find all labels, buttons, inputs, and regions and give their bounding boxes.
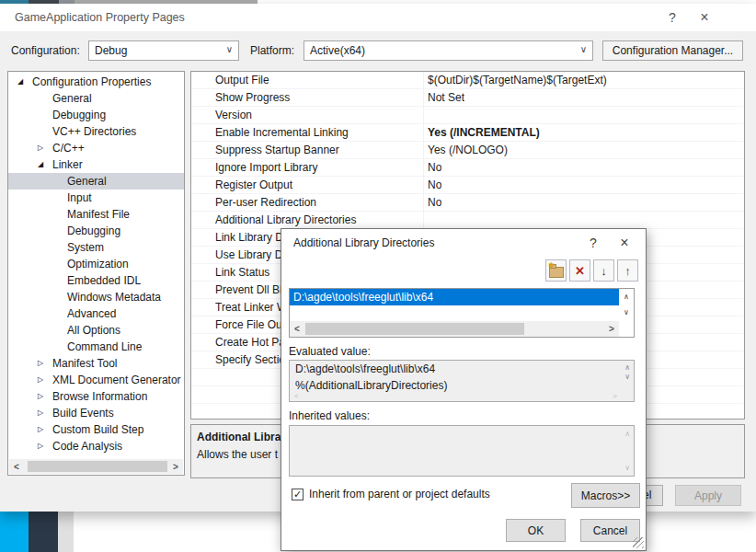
platform-label: Platform: <box>250 40 294 61</box>
tree-item-c-c[interactable]: ▷C/C++ <box>8 140 184 156</box>
scroll-down-icon[interactable]: ∨ <box>619 305 634 320</box>
tree-item-label: System <box>67 239 104 256</box>
tree-item-all-options[interactable]: All Options <box>8 322 184 339</box>
cancel-label: Cancel <box>593 524 627 537</box>
property-row-enable-incremental-linking[interactable]: Enable Incremental LinkingYes (/INCREMEN… <box>191 124 744 142</box>
directories-list[interactable]: D:\agde\tools\freeglut\lib\x64 ∧ ∨ < > <box>289 288 635 338</box>
scroll-up-icon[interactable]: ∧ <box>619 289 634 305</box>
tree-item-label: Linker <box>52 156 83 173</box>
move-up-button[interactable]: ↑ <box>617 259 638 282</box>
collapsed-expander-icon[interactable]: ▷ <box>38 405 52 421</box>
property-name: Suppress Startup Banner <box>191 142 423 159</box>
tree-item-input[interactable]: Input <box>8 190 184 206</box>
resize-grip[interactable] <box>633 537 644 548</box>
expanded-expander-icon[interactable]: ◢ <box>38 156 52 173</box>
tree-item-manifest-file[interactable]: Manifest File <box>8 206 184 223</box>
collapsed-expander-icon[interactable]: ▷ <box>38 421 52 438</box>
property-value[interactable]: Yes (/INCREMENTAL) <box>423 124 540 142</box>
property-row-additional-library-directories[interactable]: Additional Library Directories <box>191 212 744 229</box>
tree-item-command-line[interactable]: Command Line <box>8 339 184 355</box>
tree-horizontal-scrollbar[interactable]: < > <box>9 459 183 474</box>
tree-item-browse-information[interactable]: ▷Browse Information <box>8 388 184 405</box>
tree-item-build-events[interactable]: ▷Build Events <box>8 405 184 421</box>
configuration-label: Configuration: <box>11 40 80 61</box>
title-bar[interactable]: GameApplication Property Pages ? × <box>0 4 756 31</box>
tree-item-general[interactable]: General <box>8 90 184 107</box>
collapsed-expander-icon[interactable]: ▷ <box>38 355 52 372</box>
scroll-right-icon[interactable]: > <box>168 459 183 474</box>
property-value[interactable]: No <box>423 194 441 212</box>
property-row-version[interactable]: Version <box>191 107 744 124</box>
help-button[interactable]: ? <box>660 4 684 31</box>
tree-item-manifest-tool[interactable]: ▷Manifest Tool <box>8 355 184 372</box>
tree-item-label: General <box>67 173 107 190</box>
list-horizontal-scrollbar[interactable]: < > <box>290 321 619 337</box>
settings-tree[interactable]: ◢Configuration PropertiesGeneralDebuggin… <box>7 71 185 476</box>
tree-item-vc-directories[interactable]: VC++ Directories <box>8 123 184 140</box>
collapsed-expander-icon[interactable]: ▷ <box>38 388 52 405</box>
configuration-manager-button[interactable]: Configuration Manager... <box>602 40 743 61</box>
property-row-per-user-redirection[interactable]: Per-user RedirectionNo <box>191 194 744 212</box>
move-down-button[interactable]: ↓ <box>593 259 614 282</box>
list-vertical-scrollbar[interactable]: ∧ ∨ <box>619 289 634 337</box>
close-button[interactable]: × <box>614 230 635 256</box>
tree-item-general[interactable]: General <box>8 173 184 190</box>
tree-item-configuration-properties[interactable]: ◢Configuration Properties <box>8 74 184 90</box>
property-row-ignore-import-library[interactable]: Ignore Import LibraryNo <box>191 159 744 177</box>
property-row-suppress-startup-banner[interactable]: Suppress Startup BannerYes (/NOLOGO) <box>191 142 744 159</box>
tree-item-label: Advanced <box>67 305 116 322</box>
tree-item-label: Optimization <box>67 256 129 272</box>
desktop-tile-blue <box>0 512 29 552</box>
property-value[interactable]: Yes (/NOLOGO) <box>423 142 508 159</box>
property-row-show-progress[interactable]: Show ProgressNot Set <box>191 89 744 107</box>
tree-item-embedded-idl[interactable]: Embedded IDL <box>8 272 184 289</box>
property-value[interactable]: No <box>423 159 441 177</box>
collapsed-expander-icon[interactable]: ▷ <box>38 372 52 388</box>
macros-label: Macros>> <box>581 489 630 502</box>
platform-dropdown[interactable]: Active(x64) ∨ <box>304 40 593 61</box>
scroll-left-icon[interactable]: < <box>290 321 304 337</box>
evaluated-value-line: %(AdditionalLibraryDirectories) <box>290 377 634 394</box>
tree-item-label: Build Events <box>52 405 114 421</box>
ok-button[interactable]: OK <box>506 519 566 542</box>
inherit-defaults-checkbox[interactable]: ✓ <box>292 489 304 500</box>
tree-item-xml-document-generator[interactable]: ▷XML Document Generator <box>8 372 184 388</box>
property-name: Ignore Import Library <box>191 159 423 177</box>
collapsed-expander-icon[interactable]: ▷ <box>38 438 52 454</box>
help-icon: ? <box>590 236 597 250</box>
new-line-button[interactable]: ✱ <box>545 259 567 282</box>
scroll-right-icon[interactable]: > <box>604 321 619 337</box>
help-icon: ? <box>669 10 676 25</box>
scroll-left-icon[interactable]: < <box>9 459 24 474</box>
tree-item-advanced[interactable]: Advanced <box>8 305 184 322</box>
apply-button[interactable]: Apply <box>675 485 741 506</box>
scrollbar-thumb[interactable] <box>305 323 524 335</box>
ok-label: OK <box>528 524 544 537</box>
configuration-dropdown[interactable]: Debug ∨ <box>88 40 239 61</box>
property-row-register-output[interactable]: Register OutputNo <box>191 177 744 194</box>
chevron-down-icon: ∨ <box>226 44 233 54</box>
property-value[interactable]: $(OutDir)$(TargetName)$(TargetExt) <box>423 72 607 89</box>
macros-button[interactable]: Macros>> <box>571 483 640 508</box>
inherited-values-label: Inherited values: <box>289 409 370 422</box>
tree-item-linker[interactable]: ◢Linker <box>8 156 184 173</box>
tree-item-debugging[interactable]: Debugging <box>8 107 184 123</box>
property-row-output-file[interactable]: Output File$(OutDir)$(TargetName)$(Targe… <box>191 72 744 89</box>
scrollbar-thumb[interactable] <box>28 461 167 472</box>
collapsed-expander-icon[interactable]: ▷ <box>38 140 52 156</box>
tree-item-label: Debugging <box>52 107 106 123</box>
tree-item-system[interactable]: System <box>8 239 184 256</box>
delete-line-button[interactable]: ✕ <box>569 259 590 282</box>
tree-item-custom-build-step[interactable]: ▷Custom Build Step <box>8 421 184 438</box>
tree-item-debugging[interactable]: Debugging <box>8 223 184 239</box>
property-value[interactable]: Not Set <box>423 89 464 107</box>
close-button[interactable]: × <box>693 4 716 31</box>
tree-item-windows-metadata[interactable]: Windows Metadata <box>8 289 184 305</box>
expanded-expander-icon[interactable]: ◢ <box>17 74 32 90</box>
tree-item-optimization[interactable]: Optimization <box>8 256 184 272</box>
cancel-button[interactable]: Cancel <box>580 519 640 542</box>
tree-item-code-analysis[interactable]: ▷Code Analysis <box>8 438 184 454</box>
property-value[interactable]: No <box>423 177 441 194</box>
help-button[interactable]: ? <box>583 230 603 256</box>
selected-directory-row[interactable]: D:\agde\tools\freeglut\lib\x64 <box>290 289 619 305</box>
